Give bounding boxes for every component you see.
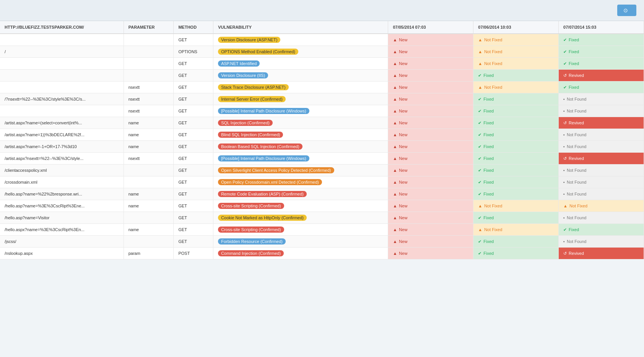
table-row: nsexttGET[Possible] Internal Path Disclo…	[0, 105, 644, 117]
cell-date3: ▪Not Found	[559, 141, 644, 153]
cell-date1: ▲New	[388, 70, 473, 82]
cell-date1: ▲New	[388, 224, 473, 236]
cell-method: GET	[174, 224, 213, 236]
table-row: /clientaccesspolicy.xmlGETOpen Silverlig…	[0, 165, 644, 176]
cell-date1: ▲New	[388, 117, 473, 129]
table-row: /hello.aspx?name=%3E%3CscRipt%3En...name…	[0, 224, 644, 236]
col-parameter: PARAMETER	[124, 21, 174, 34]
cell-parameter: nsextt	[124, 82, 174, 93]
cell-vulnerability: Internal Server Error (Confirmed)	[213, 93, 388, 105]
cell-parameter: name	[124, 224, 174, 236]
cell-date3: ▪Not Found	[559, 212, 644, 224]
col-method: METHOD	[174, 21, 213, 34]
cell-url	[0, 105, 124, 117]
cell-parameter: param	[124, 248, 174, 259]
cell-method: GET	[174, 200, 213, 212]
cell-parameter: name	[124, 200, 174, 212]
cell-url: /artist.aspx?name=(select+convert(int%..…	[0, 117, 124, 129]
cell-parameter	[124, 236, 174, 248]
cell-vulnerability: OPTIONS Method Enabled (Confirmed)	[213, 46, 388, 58]
cell-date2: ▲Not Fixed	[473, 224, 559, 236]
cell-vulnerability: SQL Injection (Confirmed)	[213, 117, 388, 129]
cell-date3: ▪Not Found	[559, 165, 644, 176]
cell-url: /nslookup.aspx	[0, 248, 124, 259]
table-row: /artist.aspx?name=1))%3bDECLARE%2f...nam…	[0, 129, 644, 141]
cell-parameter	[124, 46, 174, 58]
cell-url: /jscss/	[0, 236, 124, 248]
cell-date2: ✔Fixed	[473, 105, 559, 117]
cell-parameter	[124, 176, 174, 188]
cell-method: GET	[174, 70, 213, 82]
cell-date1: ▲New	[388, 93, 473, 105]
table-header-row: HTTP://BLUEFIZZ.TESTSPARKER.COM/ PARAMET…	[0, 21, 644, 34]
table-row: nsexttGETStack Trace Disclosure (ASP.NET…	[0, 82, 644, 93]
cell-date1: ▲New	[388, 176, 473, 188]
cell-url	[0, 82, 124, 93]
cell-date1: ▲New	[388, 165, 473, 176]
cell-vulnerability: ASP.NET Identified	[213, 58, 388, 70]
dashboard-button[interactable]: ⊙	[617, 5, 636, 16]
cell-date1: ▲New	[388, 46, 473, 58]
cell-vulnerability: Forbidden Resource (Confirmed)	[213, 236, 388, 248]
cell-url: /hello.asp?name=%22%2bresponse.wri...	[0, 188, 124, 200]
cell-parameter: nsextt	[124, 93, 174, 105]
cell-date3: ▲Not Fixed	[559, 200, 644, 212]
cell-date2: ✔Fixed	[473, 248, 559, 259]
cell-date1: ▲New	[388, 141, 473, 153]
cell-date2: ✔Fixed	[473, 70, 559, 82]
cell-date3: ✔Fixed	[559, 34, 644, 46]
table-row: /OPTIONSOPTIONS Method Enabled (Confirme…	[0, 46, 644, 58]
cell-url: /hello.aspx?name=%3E%3CscRipt%3En...	[0, 224, 124, 236]
header: ⊙	[0, 0, 644, 21]
cell-method: GET	[174, 176, 213, 188]
dashboard-icon: ⊙	[623, 7, 628, 13]
main-table-wrapper: HTTP://BLUEFIZZ.TESTSPARKER.COM/ PARAMET…	[0, 21, 644, 259]
cell-date3: ✔Fixed	[559, 46, 644, 58]
cell-method: GET	[174, 153, 213, 165]
cell-vulnerability: Open Silverlight Client Access Policy De…	[213, 165, 388, 176]
cell-parameter	[124, 212, 174, 224]
cell-date1: ▲New	[388, 200, 473, 212]
cell-parameter	[124, 58, 174, 70]
cell-method: GET	[174, 165, 213, 176]
cell-date3: ✔Fixed	[559, 82, 644, 93]
cell-method: GET	[174, 93, 213, 105]
cell-date3: ↺Revived	[559, 117, 644, 129]
cell-date1: ▲New	[388, 105, 473, 117]
cell-vulnerability: Command Injection (Confirmed)	[213, 248, 388, 259]
cell-vulnerability: Stack Trace Disclosure (ASP.NET)	[213, 82, 388, 93]
cell-url: /	[0, 46, 124, 58]
cell-date2: ▲Not Fixed	[473, 34, 559, 46]
cell-date1: ▲New	[388, 236, 473, 248]
cell-vulnerability: Version Disclosure (ASP.NET)	[213, 34, 388, 46]
col-date3: 07/07/2014 15:03	[559, 21, 644, 34]
cell-parameter: name	[124, 117, 174, 129]
table-row: GETASP.NET Identified▲New▲Not Fixed✔Fixe…	[0, 58, 644, 70]
cell-date1: ▲New	[388, 34, 473, 46]
table-row: /artist.aspx?name=(select+convert(int%..…	[0, 117, 644, 129]
col-vulnerability: VULNERABILITY	[213, 21, 388, 34]
cell-parameter	[124, 34, 174, 46]
cell-method: GET	[174, 34, 213, 46]
table-row: GETVersion Disclosure (IIS)▲New✔Fixed↺Re…	[0, 70, 644, 82]
cell-method: GET	[174, 117, 213, 129]
table-row: /hello.asp?name=%3E%3CscRipt%3Ene...name…	[0, 200, 644, 212]
table-row: /hello.asp?name=%22%2bresponse.wri...nam…	[0, 188, 644, 200]
cell-parameter: name	[124, 129, 174, 141]
cell-date2: ✔Fixed	[473, 141, 559, 153]
cell-date3: ▪Not Found	[559, 236, 644, 248]
cell-method: GET	[174, 236, 213, 248]
cell-vulnerability: [Possible] Internal Path Disclosure (Win…	[213, 105, 388, 117]
cell-date1: ▲New	[388, 248, 473, 259]
cell-url: /clientaccesspolicy.xml	[0, 165, 124, 176]
cell-vulnerability: Open Policy Crossdomain.xml Detected (Co…	[213, 176, 388, 188]
table-row: /?nsextt=%22--%3E%3C/style%3E%3C/s...nse…	[0, 93, 644, 105]
cell-method: GET	[174, 212, 213, 224]
table-row: /artist.aspx?name=-1+OR+17-7%3d10nameGET…	[0, 141, 644, 153]
cell-vulnerability: Version Disclosure (IIS)	[213, 70, 388, 82]
cell-method: GET	[174, 82, 213, 93]
table-row: /hello.asp?name=VisitorGETCookie Not Mar…	[0, 212, 644, 224]
cell-date3: ▪Not Found	[559, 129, 644, 141]
cell-date3: ▪Not Found	[559, 105, 644, 117]
cell-date2: ✔Fixed	[473, 117, 559, 129]
